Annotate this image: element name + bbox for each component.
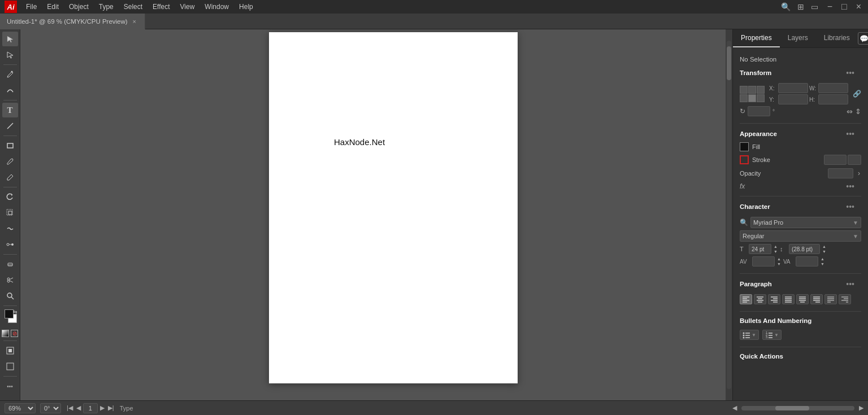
canvas-area[interactable]: HaxNode.Net: [20, 29, 726, 400]
tracking-stepper[interactable]: ▲ ▼: [821, 256, 824, 267]
menu-file[interactable]: File: [21, 2, 41, 12]
fill-color-swatch[interactable]: [740, 142, 749, 151]
horizontal-scrollbar[interactable]: [741, 406, 854, 410]
tab-libraries[interactable]: Libraries: [816, 29, 858, 47]
opacity-more-icon[interactable]: ›: [857, 169, 861, 177]
transform-more-btn[interactable]: •••: [846, 68, 861, 77]
tab-close-button[interactable]: ×: [131, 18, 138, 25]
w-input[interactable]: [818, 83, 848, 93]
stroke-color-swatch[interactable]: [740, 155, 749, 164]
swap-colors-icon[interactable]: ⇆: [13, 309, 18, 314]
opacity-input[interactable]: [828, 168, 853, 178]
align-justify-center-btn[interactable]: [796, 294, 809, 304]
rotation-input[interactable]: [748, 106, 770, 116]
font-style-dropdown[interactable]: Regular ▼: [740, 230, 861, 242]
font-size-input[interactable]: 24 pt: [749, 244, 771, 254]
menu-effect[interactable]: Effect: [148, 2, 174, 12]
screen-mode-btn[interactable]: [2, 359, 18, 374]
rotation-select[interactable]: 0°: [40, 403, 61, 413]
menu-window[interactable]: Window: [200, 2, 233, 12]
tracking-input[interactable]: [796, 256, 818, 267]
curvature-tool[interactable]: [2, 83, 18, 98]
lock-proportions-icon[interactable]: 🔗: [853, 90, 861, 98]
menu-view[interactable]: View: [176, 2, 199, 12]
font-size-stepper[interactable]: ▲ ▼: [774, 244, 778, 254]
kerning-stepper[interactable]: ▲ ▼: [777, 256, 781, 267]
character-more-btn[interactable]: •••: [846, 202, 861, 211]
stroke-weight-input[interactable]: [824, 155, 847, 165]
gradient-icon[interactable]: [2, 330, 9, 337]
align-mc[interactable]: [748, 94, 756, 102]
align-left-btn[interactable]: [740, 294, 752, 304]
arrange-windows-icon[interactable]: ⊞: [797, 2, 804, 11]
menu-type[interactable]: Type: [94, 2, 118, 12]
align-tl[interactable]: [740, 86, 748, 94]
panel-icon[interactable]: ▭: [811, 2, 818, 11]
selection-tool[interactable]: [2, 32, 18, 46]
menu-select[interactable]: Select: [119, 2, 147, 12]
align-tc[interactable]: [748, 86, 756, 94]
paintbrush-tool[interactable]: [2, 154, 18, 169]
more-tools-btn[interactable]: •••: [2, 379, 18, 394]
ordered-list-btn[interactable]: 1.2.3. ▼: [762, 330, 782, 340]
prev-page-btn[interactable]: ◀: [75, 404, 82, 412]
align-mr[interactable]: [757, 94, 765, 102]
first-page-btn[interactable]: |◀: [66, 404, 74, 412]
comment-icon[interactable]: 💬: [858, 32, 868, 45]
paragraph-more-btn[interactable]: •••: [846, 279, 861, 289]
pen-tool[interactable]: [2, 67, 18, 82]
leading-input[interactable]: (28.8 pt): [789, 244, 820, 254]
align-center-btn[interactable]: [754, 294, 766, 304]
next-page-btn[interactable]: ▶: [99, 404, 106, 412]
h-input[interactable]: [818, 94, 848, 104]
nav-left-arrow[interactable]: ◀: [732, 404, 737, 412]
align-justify-btn[interactable]: [782, 294, 795, 304]
eraser-tool[interactable]: [2, 257, 18, 272]
menu-object[interactable]: Object: [64, 2, 93, 12]
menu-edit[interactable]: Edit: [42, 2, 63, 12]
line-segment-tool[interactable]: [2, 119, 18, 133]
zoom-tool[interactable]: [2, 289, 18, 303]
kerning-input[interactable]: [752, 256, 775, 267]
last-page-btn[interactable]: ▶|: [107, 404, 115, 412]
document-tab[interactable]: Untitled-1* @ 69 % (CMYK/CPU Preview) ×: [0, 14, 145, 29]
page-number-input[interactable]: [83, 403, 98, 413]
blend-tool[interactable]: [2, 237, 18, 252]
rectangle-tool[interactable]: [2, 138, 18, 153]
unordered-list-btn[interactable]: ▼: [740, 330, 759, 340]
align-para-right-btn[interactable]: [839, 294, 851, 304]
leading-stepper[interactable]: ▲ ▼: [822, 244, 826, 254]
flip-v-icon[interactable]: ⇕: [855, 107, 861, 116]
font-name-dropdown[interactable]: Myriad Pro ▼: [750, 217, 861, 228]
align-ml[interactable]: [740, 94, 748, 102]
direct-selection-tool[interactable]: [2, 47, 18, 62]
align-tr[interactable]: [757, 86, 765, 94]
foreground-color[interactable]: [5, 309, 14, 318]
close-button[interactable]: ×: [854, 2, 863, 12]
minimize-button[interactable]: −: [825, 2, 835, 12]
nav-right-arrow[interactable]: ▶: [859, 404, 863, 412]
none-icon[interactable]: ⊘: [11, 330, 18, 337]
zoom-select[interactable]: 69% 100% 50%: [5, 403, 36, 413]
warp-tool[interactable]: [2, 221, 18, 236]
color-swatches[interactable]: ⇆: [2, 309, 18, 326]
draw-mode-btn[interactable]: [2, 343, 18, 358]
tab-properties[interactable]: Properties: [733, 29, 780, 47]
scale-tool[interactable]: [2, 206, 18, 220]
vertical-scrollbar[interactable]: [726, 29, 732, 400]
type-tool[interactable]: T: [2, 103, 18, 117]
fx-more-btn[interactable]: •••: [846, 182, 861, 191]
rotate-tool[interactable]: [2, 190, 18, 204]
search-icon[interactable]: 🔍: [781, 2, 791, 11]
stroke-options[interactable]: [848, 155, 861, 165]
pencil-tool[interactable]: [2, 170, 18, 185]
menu-help[interactable]: Help: [235, 2, 258, 12]
flip-h-icon[interactable]: ⇔: [847, 107, 853, 116]
y-input[interactable]: [778, 94, 808, 104]
align-justify-full-btn[interactable]: [824, 294, 837, 304]
align-right-btn[interactable]: [768, 294, 780, 304]
appearance-more-btn[interactable]: •••: [846, 129, 861, 138]
scissors-tool[interactable]: [2, 273, 18, 287]
x-input[interactable]: [778, 83, 808, 93]
tab-layers[interactable]: Layers: [780, 29, 816, 47]
